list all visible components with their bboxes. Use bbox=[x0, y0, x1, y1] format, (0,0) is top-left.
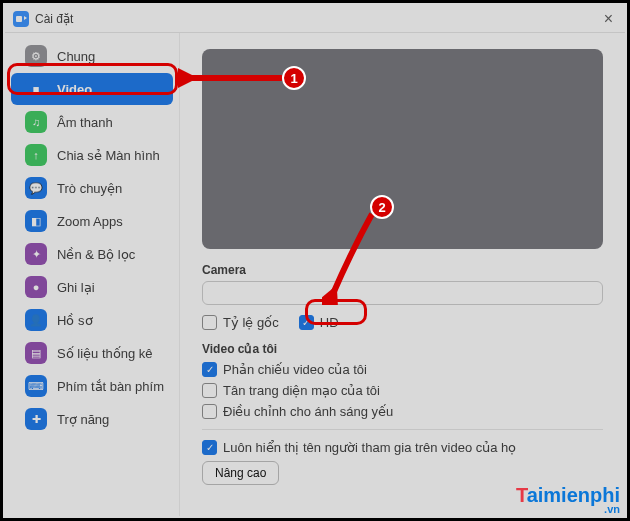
apps-icon: ◧ bbox=[25, 210, 47, 232]
sidebar: ⚙Chung ■Video ♫Âm thanh ↑Chia sẻ Màn hìn… bbox=[5, 33, 180, 516]
option-label: Luôn hiển thị tên người tham gia trên vi… bbox=[223, 440, 516, 455]
window-title: Cài đặt bbox=[35, 12, 73, 26]
video-preview bbox=[202, 49, 603, 249]
watermark-red: T bbox=[516, 484, 527, 506]
share-screen-icon: ↑ bbox=[25, 144, 47, 166]
option-label: Tân trang diện mạo của tôi bbox=[223, 383, 380, 398]
option-label: Phản chiếu video của tôi bbox=[223, 362, 367, 377]
sidebar-item-profile[interactable]: 👤Hồ sơ bbox=[11, 304, 173, 336]
sidebar-item-share-screen[interactable]: ↑Chia sẻ Màn hình bbox=[11, 139, 173, 171]
background-icon: ✦ bbox=[25, 243, 47, 265]
camera-select[interactable] bbox=[202, 281, 603, 305]
sidebar-item-video[interactable]: ■Video bbox=[11, 73, 173, 105]
accessibility-icon: ✚ bbox=[25, 408, 47, 430]
divider bbox=[202, 429, 603, 430]
option-label: Điều chỉnh cho ánh sáng yếu bbox=[223, 404, 393, 419]
sidebar-item-audio[interactable]: ♫Âm thanh bbox=[11, 106, 173, 138]
checkbox-icon bbox=[202, 383, 217, 398]
mirror-option[interactable]: Phản chiếu video của tôi bbox=[202, 362, 603, 377]
zoom-app-icon bbox=[13, 11, 29, 27]
content-panel: Camera Tỷ lệ gốc HD Video của tôi Phản c… bbox=[180, 33, 625, 516]
my-video-heading: Video của tôi bbox=[202, 342, 603, 356]
checkbox-checked-icon bbox=[202, 362, 217, 377]
sidebar-item-label: Zoom Apps bbox=[57, 214, 123, 229]
camera-label: Camera bbox=[202, 263, 603, 277]
gear-icon: ⚙ bbox=[25, 45, 47, 67]
checkbox-icon bbox=[202, 315, 217, 330]
checkbox-icon bbox=[202, 404, 217, 419]
aspect-original-option[interactable]: Tỷ lệ gốc bbox=[202, 315, 279, 330]
sidebar-item-background[interactable]: ✦Nền & Bộ lọc bbox=[11, 238, 173, 270]
advanced-button[interactable]: Nâng cao bbox=[202, 461, 279, 485]
always-names-option[interactable]: Luôn hiển thị tên người tham gia trên vi… bbox=[202, 440, 603, 455]
sidebar-item-label: Trợ năng bbox=[57, 412, 109, 427]
sidebar-item-label: Hồ sơ bbox=[57, 313, 93, 328]
sidebar-item-keyboard[interactable]: ⌨Phím tắt bàn phím bbox=[11, 370, 173, 402]
option-label: HD bbox=[320, 315, 339, 330]
touch-up-option[interactable]: Tân trang diện mạo của tôi bbox=[202, 383, 603, 398]
keyboard-icon: ⌨ bbox=[25, 375, 47, 397]
low-light-option[interactable]: Điều chỉnh cho ánh sáng yếu bbox=[202, 404, 603, 419]
headphones-icon: ♫ bbox=[25, 111, 47, 133]
stats-icon: ▤ bbox=[25, 342, 47, 364]
checkbox-checked-icon bbox=[299, 315, 314, 330]
sidebar-item-label: Chung bbox=[57, 49, 95, 64]
sidebar-item-zoom-apps[interactable]: ◧Zoom Apps bbox=[11, 205, 173, 237]
sidebar-item-label: Trò chuyện bbox=[57, 181, 122, 196]
sidebar-item-recording[interactable]: ●Ghi lại bbox=[11, 271, 173, 303]
sidebar-item-label: Nền & Bộ lọc bbox=[57, 247, 135, 262]
sidebar-item-general[interactable]: ⚙Chung bbox=[11, 40, 173, 72]
watermark: Taimienphi .vn bbox=[516, 484, 620, 515]
sidebar-item-label: Âm thanh bbox=[57, 115, 113, 130]
sidebar-item-label: Phím tắt bàn phím bbox=[57, 379, 164, 394]
option-label: Tỷ lệ gốc bbox=[223, 315, 279, 330]
hd-option[interactable]: HD bbox=[299, 315, 339, 330]
profile-icon: 👤 bbox=[25, 309, 47, 331]
window-body: ⚙Chung ■Video ♫Âm thanh ↑Chia sẻ Màn hìn… bbox=[5, 33, 625, 516]
record-icon: ● bbox=[25, 276, 47, 298]
close-button[interactable]: × bbox=[600, 10, 617, 28]
sidebar-item-accessibility[interactable]: ✚Trợ năng bbox=[11, 403, 173, 435]
sidebar-item-label: Số liệu thống kê bbox=[57, 346, 153, 361]
camera-icon: ■ bbox=[25, 78, 47, 100]
settings-window: Cài đặt × ⚙Chung ■Video ♫Âm thanh ↑Chia … bbox=[5, 5, 625, 516]
sidebar-item-statistics[interactable]: ▤Số liệu thống kê bbox=[11, 337, 173, 369]
chat-icon: 💬 bbox=[25, 177, 47, 199]
checkbox-checked-icon bbox=[202, 440, 217, 455]
sidebar-item-label: Ghi lại bbox=[57, 280, 95, 295]
titlebar: Cài đặt × bbox=[5, 5, 625, 33]
sidebar-item-chat[interactable]: 💬Trò chuyện bbox=[11, 172, 173, 204]
sidebar-item-label: Chia sẻ Màn hình bbox=[57, 148, 160, 163]
sidebar-item-label: Video bbox=[57, 82, 92, 97]
